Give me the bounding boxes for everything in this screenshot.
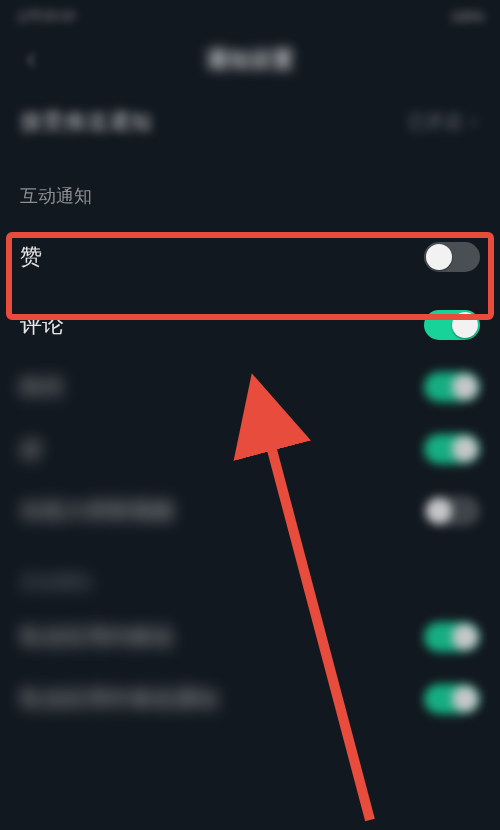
setting-row-like: 赞 [0,220,500,294]
section-header-other: 其他通知 [0,542,500,606]
push-notification-row[interactable]: 接受推送通知 已开启 [0,88,500,156]
setting-row-6: 私信应用内推送 [0,606,500,668]
setting-row-7: 私信应用外推送通知 [0,668,500,730]
setting-row-4: @ [0,418,500,480]
setting-row-5: 在线大师新视频 [0,480,500,542]
setting-label-4: @ [20,436,42,462]
header: 通知设置 [0,32,500,88]
push-notification-label: 接受推送通知 [20,107,152,137]
status-bar: 上午10:14 100% [0,0,500,32]
setting-row-comment: 评论 [0,294,500,356]
chevron-left-icon [23,51,41,69]
toggle-like[interactable] [424,242,480,272]
setting-row-3: 粉丝 [0,356,500,418]
setting-label-7: 私信应用外推送通知 [20,684,218,714]
status-time: 上午10:14 [16,7,75,25]
toggle-6[interactable] [424,622,480,652]
toggle-3[interactable] [424,372,480,402]
toggle-4[interactable] [424,434,480,464]
push-notification-value: 已开启 [408,110,480,134]
status-indicators: 100% [451,9,484,24]
toggle-5[interactable] [424,496,480,526]
section-header-interact: 互动通知 [0,156,500,220]
setting-label-3: 粉丝 [20,372,64,402]
page-title: 通知设置 [206,45,294,75]
setting-label-5: 在线大师新视频 [20,496,174,526]
setting-label-like: 赞 [20,242,42,272]
chevron-right-icon [466,115,480,129]
setting-label-6: 私信应用内推送 [20,622,174,652]
toggle-comment[interactable] [424,310,480,340]
setting-label-comment: 评论 [20,310,64,340]
back-button[interactable] [12,40,52,80]
toggle-7[interactable] [424,684,480,714]
